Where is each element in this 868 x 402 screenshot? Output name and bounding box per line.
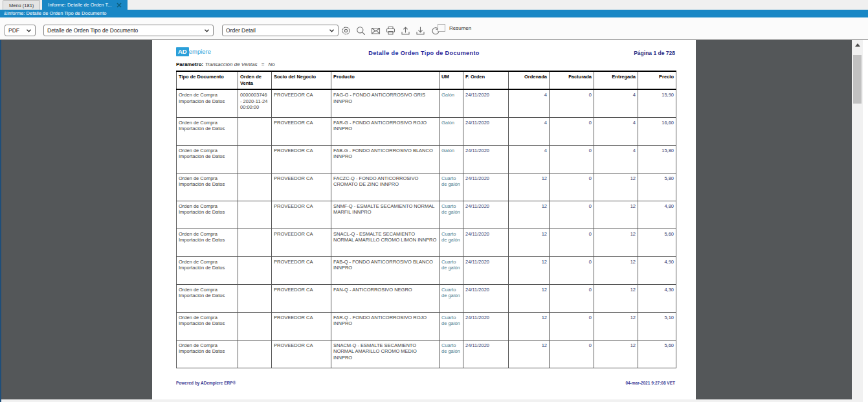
- cell-tipo-documento: Orden de Compra Importación de Datos: [177, 201, 238, 229]
- cell-ordenada: 12: [509, 229, 550, 256]
- chevron-down-icon: [329, 28, 335, 33]
- format-select[interactable]: PDF: [5, 25, 36, 36]
- cell-ordenada: 4: [509, 89, 550, 117]
- cell-tipo-documento: Orden de Compra Importación de Datos: [177, 229, 238, 256]
- cell-f-orden: 24/11/2020: [463, 89, 509, 117]
- cell-facturada: 0: [550, 256, 594, 284]
- report-select-value: Detalle de Orden Tipo de Documento: [47, 27, 138, 34]
- table-row[interactable]: Orden de Compra Importación de Datos 000…: [177, 89, 676, 117]
- col-orden-venta: Orden de Venta: [238, 71, 272, 89]
- settings-icon[interactable]: [341, 26, 351, 36]
- print-icon[interactable]: [386, 26, 395, 36]
- table-row[interactable]: Orden de Compra Importación de Datos PRO…: [177, 229, 676, 256]
- cell-entregada: 4: [594, 117, 638, 145]
- col-producto: Producto: [331, 71, 440, 89]
- scrollbar-thumb[interactable]: [853, 55, 862, 104]
- table-row[interactable]: Orden de Compra Importación de Datos PRO…: [177, 173, 676, 201]
- summary-checkbox[interactable]: [438, 24, 445, 32]
- vertical-scrollbar[interactable]: [852, 40, 863, 399]
- table-row[interactable]: Orden de Compra Importación de Datos PRO…: [177, 145, 676, 173]
- scroll-up-button[interactable]: [852, 40, 863, 50]
- table-row[interactable]: Orden de Compra Importación de Datos PRO…: [177, 312, 676, 340]
- export-icon[interactable]: [401, 26, 410, 36]
- cell-entregada: 12: [594, 340, 638, 368]
- cell-orden-venta: [238, 256, 272, 284]
- cell-precio: 15,90: [638, 89, 676, 117]
- summary-label: Resumen: [449, 25, 471, 31]
- cell-socio-negocio: PROVEEDOR CA: [272, 340, 331, 368]
- tab-menu[interactable]: Menú (181): [3, 0, 40, 10]
- cell-tipo-documento: Orden de Compra Importación de Datos: [177, 340, 238, 368]
- cell-tipo-documento: Orden de Compra Importación de Datos: [177, 284, 238, 312]
- cell-entregada: 12: [594, 312, 638, 340]
- cell-um: Galón: [440, 89, 463, 117]
- cell-f-orden: 24/11/2020: [463, 284, 509, 312]
- report-table: Tipo de Documento Orden de Venta Socio d…: [176, 71, 676, 368]
- cell-tipo-documento: Orden de Compra Importación de Datos: [177, 145, 238, 173]
- chevron-down-icon: [204, 28, 210, 33]
- cell-orden-venta: [238, 117, 272, 145]
- cell-facturada: 0: [550, 89, 594, 117]
- email-icon[interactable]: [371, 26, 381, 36]
- zoom-icon[interactable]: [356, 26, 366, 36]
- download-icon[interactable]: [416, 26, 425, 36]
- cell-f-orden: 24/11/2020: [463, 145, 509, 173]
- cell-orden-venta: [238, 284, 272, 312]
- cell-ordenada: 12: [509, 256, 550, 284]
- table-row[interactable]: Orden de Compra Importación de Datos PRO…: [177, 284, 676, 312]
- cell-socio-negocio: PROVEEDOR CA: [272, 173, 331, 201]
- cell-facturada: 0: [550, 284, 594, 312]
- tab-report-label: Informe: Detalle de Orden T...: [48, 2, 111, 8]
- window-left-border: [0, 40, 1, 402]
- cell-facturada: 0: [550, 201, 594, 229]
- cell-ordenada: 12: [509, 340, 550, 368]
- cell-um: Cuarto de galón: [440, 229, 463, 256]
- cell-precio: 16,60: [638, 117, 676, 145]
- cell-precio: 15,80: [638, 145, 676, 173]
- cell-facturada: 0: [550, 173, 594, 201]
- cell-orden-venta: [238, 340, 272, 368]
- tab-report[interactable]: Informe: Detalle de Orden T...: [42, 0, 127, 10]
- table-row[interactable]: Orden de Compra Importación de Datos PRO…: [177, 256, 676, 284]
- cell-facturada: 0: [550, 117, 594, 145]
- cell-orden-venta: [238, 145, 272, 173]
- cell-producto: FAB-Q - FONDO ANTICORROSIVO BLANCO INNPR…: [331, 256, 440, 284]
- report-timestamp: 04-mar-2021 9:27:08 VET: [625, 381, 675, 385]
- table-row[interactable]: Orden de Compra Importación de Datos PRO…: [177, 201, 676, 229]
- tab-bar: Menú (181) Informe: Detalle de Orden T..…: [0, 0, 868, 10]
- cell-f-orden: 24/11/2020: [463, 117, 509, 145]
- report-page: ADempiere Detalle de Orden Tipo de Docum…: [152, 40, 696, 399]
- close-icon[interactable]: [117, 3, 122, 8]
- cell-tipo-documento: Orden de Compra Importación de Datos: [177, 256, 238, 284]
- chevron-down-icon: [26, 28, 32, 33]
- report-select[interactable]: Detalle de Orden Tipo de Documento: [43, 25, 214, 36]
- parameter-value: No: [269, 61, 275, 67]
- horizontal-scrollbar[interactable]: [1, 399, 863, 402]
- cell-orden-venta: [238, 312, 272, 340]
- cell-producto: FACZC-Q - FONDO ANTICORROSIVO CROMATO DE…: [331, 173, 440, 201]
- cell-um: Cuarto de galón: [440, 173, 463, 201]
- cell-producto: SNMF-Q - ESMALTE SECAMIENTO NORMAL MARFI…: [331, 201, 440, 229]
- cell-f-orden: 24/11/2020: [463, 201, 509, 229]
- cell-socio-negocio: PROVEEDOR CA: [272, 229, 331, 256]
- report-title: Detalle de Orden Tipo de Documento: [152, 50, 696, 56]
- cell-tipo-documento: Orden de Compra Importación de Datos: [177, 312, 238, 340]
- cell-um: Cuarto de galón: [440, 201, 463, 229]
- cell-f-orden: 24/11/2020: [463, 229, 509, 256]
- powered-by-text: Powered by ADempiere ERP®: [176, 381, 236, 385]
- col-facturada: Facturada: [550, 71, 594, 89]
- view-select[interactable]: Order Detail: [222, 25, 339, 36]
- cell-f-orden: 24/11/2020: [463, 173, 509, 201]
- cell-ordenada: 12: [509, 173, 550, 201]
- table-row[interactable]: Orden de Compra Importación de Datos PRO…: [177, 117, 676, 145]
- table-row[interactable]: Orden de Compra Importación de Datos PRO…: [177, 340, 676, 368]
- cell-socio-negocio: PROVEEDOR CA: [272, 201, 331, 229]
- cell-socio-negocio: PROVEEDOR CA: [272, 312, 331, 340]
- cell-orden-venta: [238, 201, 272, 229]
- cell-socio-negocio: PROVEEDOR CA: [272, 89, 331, 117]
- cell-precio: 5,80: [638, 173, 676, 201]
- cell-facturada: 0: [550, 340, 594, 368]
- cell-precio: 4,80: [638, 201, 676, 229]
- cell-precio: 5,60: [638, 340, 676, 368]
- cell-producto: SNACM-Q - ESMALTE SECAMIENTO NORMAL AMAR…: [331, 340, 440, 368]
